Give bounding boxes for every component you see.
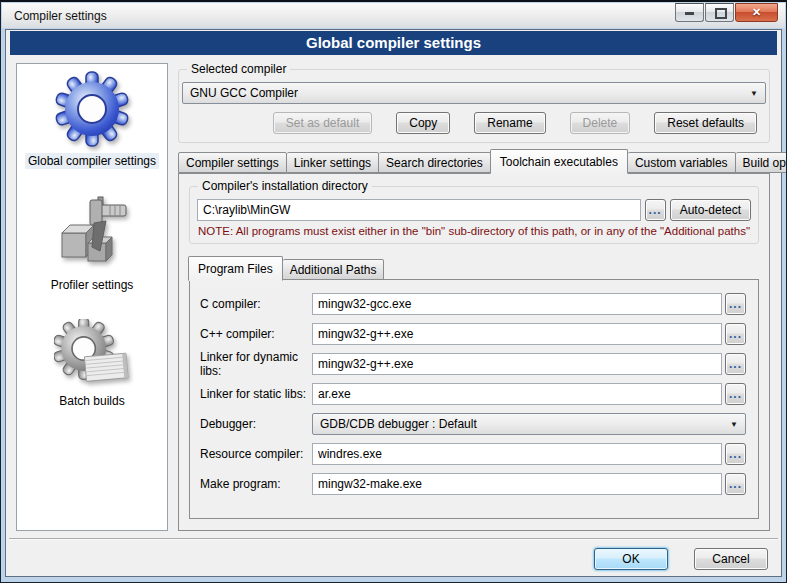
tab-toolchain-executables[interactable]: Toolchain executables xyxy=(490,149,628,174)
installation-directory-row: ... Auto-detect xyxy=(197,199,751,221)
field-row: Linker for dynamic libs: ... xyxy=(200,353,746,375)
browse-button[interactable]: ... xyxy=(725,293,746,315)
dialog-content: Global compiler settings xyxy=(5,29,782,577)
page-title: Global compiler settings xyxy=(10,31,777,55)
window-controls: ✕ xyxy=(675,3,778,22)
window-title: Compiler settings xyxy=(14,9,107,23)
cpp-compiler-input[interactable] xyxy=(312,323,722,345)
linker-dynamic-input[interactable] xyxy=(312,353,722,375)
field-row: C compiler: ... xyxy=(200,293,746,315)
installation-directory-label: Compiler's installation directory xyxy=(198,179,372,193)
browse-button[interactable]: ... xyxy=(725,383,746,405)
ok-button[interactable]: OK xyxy=(594,548,668,570)
blue-gear-icon xyxy=(52,69,132,149)
debugger-label: Debugger: xyxy=(200,417,312,431)
sidebar-item-label: Global compiler settings xyxy=(25,153,159,169)
reset-defaults-button[interactable]: Reset defaults xyxy=(654,112,757,134)
sidebar-item-label: Profiler settings xyxy=(48,277,137,293)
chevron-down-icon: ▼ xyxy=(750,89,758,98)
cancel-button[interactable]: Cancel xyxy=(694,548,768,570)
debugger-select-value: GDB/CDB debugger : Default xyxy=(320,417,477,431)
installation-directory-input[interactable] xyxy=(197,199,641,221)
delete-button[interactable]: Delete xyxy=(570,112,631,134)
browse-directory-button[interactable]: ... xyxy=(645,199,666,221)
tab-search-directories[interactable]: Search directories xyxy=(379,152,491,173)
make-program-label: Make program: xyxy=(200,477,312,491)
files-subtabstrip: Program Files Additional Paths xyxy=(189,256,759,280)
compiler-settings-dialog: Compiler settings ✕ Global compiler sett… xyxy=(0,0,787,583)
selected-compiler-group: Selected compiler GNU GCC Compiler ▼ Set… xyxy=(178,69,770,143)
subtab-additional-paths[interactable]: Additional Paths xyxy=(283,259,385,280)
sidebar-item-label: Batch builds xyxy=(56,393,127,409)
footer-buttons: OK Cancel xyxy=(6,548,781,570)
maximize-icon xyxy=(715,8,727,19)
auto-detect-button[interactable]: Auto-detect xyxy=(670,199,751,221)
titlebar: Compiler settings xyxy=(2,3,785,28)
sidebar-item-profiler-settings[interactable]: Profiler settings xyxy=(48,195,137,293)
field-row: Resource compiler: ... xyxy=(200,443,746,465)
tab-build-options[interactable]: Build options xyxy=(736,152,787,173)
field-row: Linker for static libs: ... xyxy=(200,383,746,405)
tab-linker-settings[interactable]: Linker settings xyxy=(287,152,379,173)
close-icon: ✕ xyxy=(752,7,761,18)
selected-compiler-group-label: Selected compiler xyxy=(187,62,290,76)
program-files-panel: C compiler: ... C++ compiler: ... Linker… xyxy=(189,279,759,519)
sidebar-item-global-compiler-settings[interactable]: Global compiler settings xyxy=(25,69,159,169)
subtab-program-files[interactable]: Program Files xyxy=(188,256,283,281)
minimize-button[interactable] xyxy=(675,3,704,22)
linker-static-input[interactable] xyxy=(312,383,722,405)
settings-tabstrip: Compiler settings Linker settings Search… xyxy=(178,149,770,173)
sidebar-item-batch-builds[interactable]: Batch builds xyxy=(54,319,130,409)
field-row: C++ compiler: ... xyxy=(200,323,746,345)
cpp-compiler-label: C++ compiler: xyxy=(200,327,312,341)
browse-button[interactable]: ... xyxy=(725,353,746,375)
tab-compiler-settings[interactable]: Compiler settings xyxy=(178,152,287,173)
minimize-icon xyxy=(685,12,694,15)
toolchain-executables-panel: Compiler's installation directory ... Au… xyxy=(178,173,770,531)
browse-button[interactable]: ... xyxy=(725,443,746,465)
linker-dynamic-label: Linker for dynamic libs: xyxy=(200,350,312,378)
compiler-select-value: GNU GCC Compiler xyxy=(190,86,298,100)
c-compiler-input[interactable] xyxy=(312,293,722,315)
maximize-button[interactable] xyxy=(705,3,734,22)
batch-builds-icon xyxy=(54,319,130,389)
installation-note: NOTE: All programs must exist either in … xyxy=(198,225,751,237)
chevron-down-icon: ▼ xyxy=(730,420,738,429)
browse-button[interactable]: ... xyxy=(725,323,746,345)
field-row: Make program: ... xyxy=(200,473,746,495)
close-button[interactable]: ✕ xyxy=(735,3,778,22)
set-as-default-button[interactable]: Set as default xyxy=(273,112,372,134)
compiler-select[interactable]: GNU GCC Compiler ▼ xyxy=(182,82,766,104)
field-row: Debugger: GDB/CDB debugger : Default ▼ xyxy=(200,413,746,435)
rename-button[interactable]: Rename xyxy=(474,112,545,134)
dialog-body: Global compiler settings xyxy=(16,63,770,531)
browse-button[interactable]: ... xyxy=(725,473,746,495)
resource-compiler-input[interactable] xyxy=(312,443,722,465)
compiler-buttons-row: Set as default Copy Rename Delete Reset … xyxy=(179,112,769,134)
profiler-caliper-icon xyxy=(52,195,132,273)
main-panel: Selected compiler GNU GCC Compiler ▼ Set… xyxy=(178,63,770,531)
copy-button[interactable]: Copy xyxy=(396,112,450,134)
tab-custom-variables[interactable]: Custom variables xyxy=(628,152,736,173)
settings-sidebar: Global compiler settings xyxy=(16,63,168,531)
installation-directory-group: Compiler's installation directory ... Au… xyxy=(189,186,759,244)
linker-static-label: Linker for static libs: xyxy=(200,387,312,401)
resource-compiler-label: Resource compiler: xyxy=(200,447,312,461)
c-compiler-label: C compiler: xyxy=(200,297,312,311)
debugger-select[interactable]: GDB/CDB debugger : Default ▼ xyxy=(312,413,746,435)
footer-separator xyxy=(9,538,778,539)
make-program-input[interactable] xyxy=(312,473,722,495)
